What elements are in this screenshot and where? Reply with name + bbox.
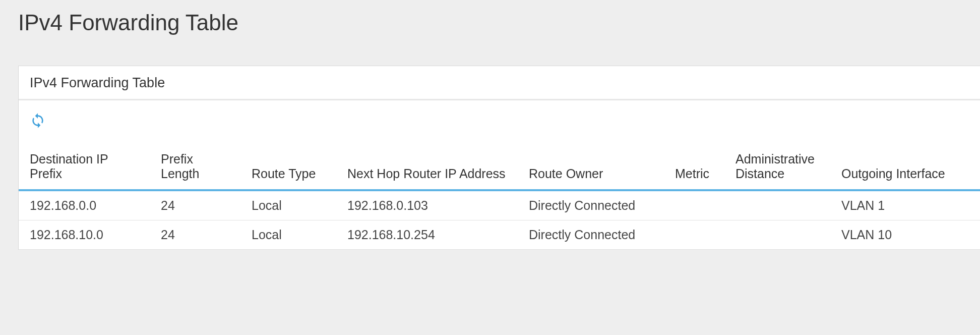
page-title: IPv4 Forwarding Table (18, 10, 962, 35)
panel-title-bar: IPv4 Forwarding Table (19, 66, 980, 100)
cell-outgoing-interface: VLAN 10 (830, 220, 980, 250)
cell-admin-distance (724, 220, 830, 250)
col-header-route-type[interactable]: Route Type (240, 146, 336, 190)
col-header-route-owner[interactable]: Route Owner (518, 146, 664, 190)
cell-prefix-length: 24 (150, 220, 240, 250)
forwarding-table: Destination IP Prefix Prefix Length Rout… (19, 146, 980, 250)
forwarding-table-panel: IPv4 Forwarding Table Destination IP Pre… (18, 66, 980, 250)
col-header-admin-distance[interactable]: Administrative Distance (724, 146, 830, 190)
cell-next-hop: 192.168.10.254 (336, 220, 518, 250)
panel-title: IPv4 Forwarding Table (30, 75, 969, 91)
cell-admin-distance (724, 190, 830, 220)
table-body: 192.168.0.0 24 Local 192.168.0.103 Direc… (19, 190, 980, 250)
col-header-next-hop[interactable]: Next Hop Router IP Address (336, 146, 518, 190)
cell-route-owner: Directly Connected (518, 220, 664, 250)
cell-prefix-length: 24 (150, 190, 240, 220)
cell-destination: 192.168.10.0 (19, 220, 150, 250)
panel-toolbar (19, 100, 980, 131)
cell-outgoing-interface: VLAN 1 (830, 190, 980, 220)
col-header-outgoing-interface[interactable]: Outgoing Interface (830, 146, 980, 190)
refresh-button[interactable] (30, 113, 46, 130)
cell-metric (664, 190, 724, 220)
table-row[interactable]: 192.168.0.0 24 Local 192.168.0.103 Direc… (19, 190, 980, 220)
page-header: IPv4 Forwarding Table (0, 0, 980, 55)
cell-next-hop: 192.168.0.103 (336, 190, 518, 220)
cell-route-owner: Directly Connected (518, 190, 664, 220)
content-area: IPv4 Forwarding Table Destination IP Pre… (0, 55, 980, 250)
col-header-prefix-length[interactable]: Prefix Length (150, 146, 240, 190)
table-row[interactable]: 192.168.10.0 24 Local 192.168.10.254 Dir… (19, 220, 980, 250)
cell-destination: 192.168.0.0 (19, 190, 150, 220)
cell-metric (664, 220, 724, 250)
col-header-destination[interactable]: Destination IP Prefix (19, 146, 150, 190)
col-header-metric[interactable]: Metric (664, 146, 724, 190)
refresh-icon (30, 113, 46, 130)
cell-route-type: Local (240, 220, 336, 250)
table-header-row: Destination IP Prefix Prefix Length Rout… (19, 146, 980, 190)
cell-route-type: Local (240, 190, 336, 220)
